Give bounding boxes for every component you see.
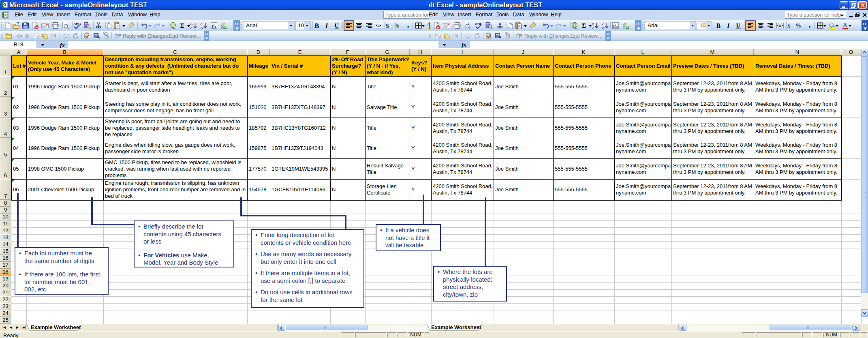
svg-text:fx: fx (60, 42, 65, 48)
svg-text:Example Worksheet: Example Worksheet (431, 324, 481, 330)
svg-text:Example Worksheet: Example Worksheet (31, 324, 81, 330)
svg-text:fx: fx (462, 42, 466, 48)
